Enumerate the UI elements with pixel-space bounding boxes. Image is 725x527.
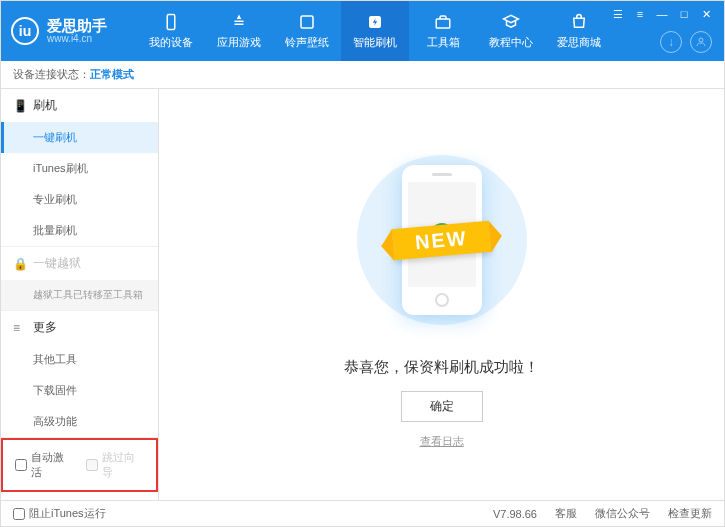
flash-icon bbox=[365, 13, 385, 31]
svg-point-4 bbox=[699, 38, 703, 42]
device-info: 📱iPhone 15 Pro Max 512GB iPhone bbox=[1, 492, 158, 500]
nav-toolbox[interactable]: 工具箱 bbox=[409, 1, 477, 61]
wechat-link[interactable]: 微信公众号 bbox=[595, 506, 650, 521]
ok-button[interactable]: 确定 bbox=[401, 391, 483, 422]
app-title: 爱思助手 bbox=[47, 18, 107, 33]
main-content: ✓ NEW 恭喜您，保资料刷机成功啦！ 确定 查看日志 bbox=[159, 89, 724, 500]
status-label: 设备连接状态： bbox=[13, 67, 90, 82]
close-button[interactable]: ✕ bbox=[698, 7, 714, 21]
svg-rect-0 bbox=[167, 14, 175, 29]
success-illustration: ✓ NEW bbox=[342, 140, 542, 340]
store-icon bbox=[569, 13, 589, 31]
tutorial-icon bbox=[501, 13, 521, 31]
status-bar: 设备连接状态： 正常模式 bbox=[1, 61, 724, 89]
auto-activate-checkbox[interactable]: 自动激活 bbox=[15, 450, 74, 480]
app-subtitle: www.i4.cn bbox=[47, 33, 107, 44]
sidebar-item-other-tools[interactable]: 其他工具 bbox=[1, 344, 158, 375]
maximize-button[interactable]: □ bbox=[676, 7, 692, 21]
user-button[interactable] bbox=[690, 31, 712, 53]
download-button[interactable]: ↓ bbox=[660, 31, 682, 53]
top-nav: 我的设备 应用游戏 铃声壁纸 智能刷机 工具箱 教程中心 爱思商城 bbox=[137, 1, 613, 61]
footer: 阻止iTunes运行 V7.98.66 客服 微信公众号 检查更新 bbox=[1, 500, 724, 526]
update-link[interactable]: 检查更新 bbox=[668, 506, 712, 521]
nav-ringtones[interactable]: 铃声壁纸 bbox=[273, 1, 341, 61]
device-icon bbox=[161, 13, 181, 31]
lock-icon: 🔒 bbox=[13, 257, 27, 271]
app-header: iu 爱思助手 www.i4.cn 我的设备 应用游戏 铃声壁纸 智能刷机 工具… bbox=[1, 1, 724, 61]
menu-button[interactable]: ☰ bbox=[610, 7, 626, 21]
success-message: 恭喜您，保资料刷机成功啦！ bbox=[344, 358, 539, 377]
nav-tutorials[interactable]: 教程中心 bbox=[477, 1, 545, 61]
skip-setup-checkbox[interactable]: 跳过向导 bbox=[86, 450, 145, 480]
expand-button[interactable]: ≡ bbox=[632, 7, 648, 21]
minimize-button[interactable]: — bbox=[654, 7, 670, 21]
wallpaper-icon bbox=[297, 13, 317, 31]
sidebar-section-more[interactable]: ≡更多 bbox=[1, 311, 158, 344]
sidebar-item-advanced[interactable]: 高级功能 bbox=[1, 406, 158, 437]
more-icon: ≡ bbox=[13, 321, 27, 335]
sidebar-section-flash[interactable]: 📱刷机 bbox=[1, 89, 158, 122]
view-log-link[interactable]: 查看日志 bbox=[420, 434, 464, 449]
nav-flash[interactable]: 智能刷机 bbox=[341, 1, 409, 61]
toolbox-icon bbox=[433, 13, 453, 31]
logo-icon: iu bbox=[11, 17, 39, 45]
nav-my-device[interactable]: 我的设备 bbox=[137, 1, 205, 61]
svg-rect-3 bbox=[436, 19, 450, 28]
version-label: V7.98.66 bbox=[493, 508, 537, 520]
nav-store[interactable]: 爱思商城 bbox=[545, 1, 613, 61]
sidebar-item-download-firmware[interactable]: 下载固件 bbox=[1, 375, 158, 406]
phone-icon: 📱 bbox=[13, 99, 27, 113]
sidebar-item-itunes-flash[interactable]: iTunes刷机 bbox=[1, 153, 158, 184]
sidebar-item-oneclick-flash[interactable]: 一键刷机 bbox=[1, 122, 158, 153]
jailbreak-note: 越狱工具已转移至工具箱 bbox=[1, 280, 158, 310]
support-link[interactable]: 客服 bbox=[555, 506, 577, 521]
block-itunes-checkbox[interactable]: 阻止iTunes运行 bbox=[13, 506, 106, 521]
status-value: 正常模式 bbox=[90, 67, 134, 82]
sidebar-section-jailbreak[interactable]: 🔒一键越狱 bbox=[1, 247, 158, 280]
nav-apps[interactable]: 应用游戏 bbox=[205, 1, 273, 61]
sidebar: 📱刷机 一键刷机 iTunes刷机 专业刷机 批量刷机 🔒一键越狱 越狱工具已转… bbox=[1, 89, 159, 500]
options-highlight-box: 自动激活 跳过向导 bbox=[1, 438, 158, 492]
logo: iu 爱思助手 www.i4.cn bbox=[11, 17, 107, 45]
sidebar-item-pro-flash[interactable]: 专业刷机 bbox=[1, 184, 158, 215]
apps-icon bbox=[229, 13, 249, 31]
window-controls: ☰ ≡ — □ ✕ bbox=[610, 7, 714, 21]
sidebar-item-batch-flash[interactable]: 批量刷机 bbox=[1, 215, 158, 246]
svg-rect-1 bbox=[301, 16, 313, 28]
